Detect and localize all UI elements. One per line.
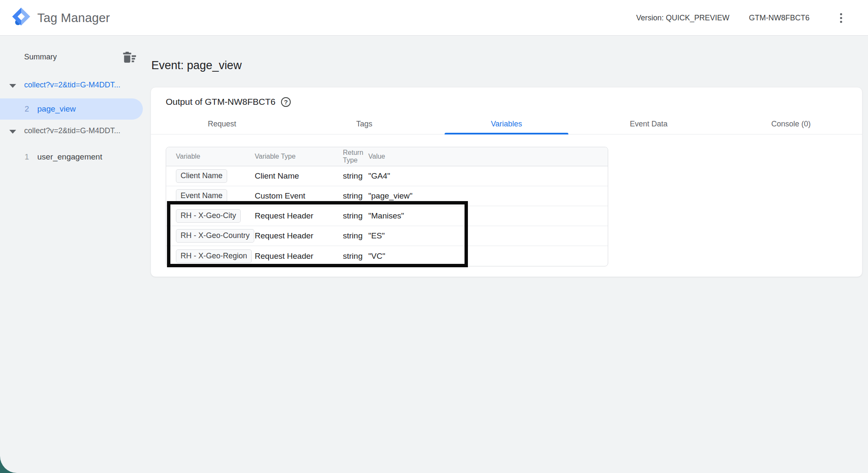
event-index: 1: [25, 149, 29, 165]
variable-type-cell: Request Header: [255, 231, 343, 241]
col-header-variable: Variable: [176, 153, 255, 160]
gtm-preview-window: Tag Manager Version: QUICK_PREVIEW GTM-N…: [0, 0, 868, 473]
sidebar-item-page-view-selected[interactable]: 2 page_view: [0, 98, 143, 120]
request-link-2[interactable]: collect?v=2&tid=G-M4DDT...: [24, 126, 120, 135]
help-icon[interactable]: ?: [281, 97, 291, 107]
table-row: Client Name Client Name string "GA4": [166, 166, 608, 186]
container-id[interactable]: GTM-NW8FBCT6: [749, 14, 810, 22]
variable-chip[interactable]: Event Name: [176, 189, 227, 203]
tab-request[interactable]: Request: [151, 115, 293, 134]
return-type-cell: string: [343, 252, 368, 261]
table-row: Event Name Custom Event string "page_vie…: [166, 186, 608, 206]
preview-version-label: Version: QUICK_PREVIEW: [636, 14, 729, 22]
value-cell: "Manises": [368, 211, 608, 221]
variable-type-cell: Request Header: [255, 252, 343, 261]
variable-type-cell: Request Header: [255, 211, 343, 221]
variable-chip[interactable]: RH - X-Geo-Country: [176, 229, 254, 243]
variables-table: Variable Variable Type Return Type Value…: [166, 147, 608, 266]
overflow-menu-icon[interactable]: [837, 10, 845, 25]
table-row-highlighted: RH - X-Geo-Country Request Header string…: [166, 226, 608, 246]
variable-type-cell: Client Name: [255, 171, 343, 181]
return-type-cell: string: [343, 231, 368, 241]
active-tab-underline: [445, 133, 568, 134]
return-type-cell: string: [343, 211, 368, 221]
card-title: Output of GTM-NW8FBCT6: [166, 97, 275, 107]
request-link-1[interactable]: collect?v=2&tid=G-M4DDT...: [24, 81, 120, 90]
tab-variables[interactable]: Variables: [435, 115, 578, 134]
summary-link[interactable]: Summary: [24, 53, 57, 62]
top-app-bar: Tag Manager Version: QUICK_PREVIEW GTM-N…: [0, 0, 868, 36]
table-header-row: Variable Variable Type Return Type Value: [166, 147, 608, 166]
variable-chip[interactable]: Client Name: [176, 169, 227, 183]
value-cell: "ES": [368, 231, 608, 241]
output-card: Output of GTM-NW8FBCT6 ? Request Tags Va…: [150, 87, 862, 277]
event-name: user_engagement: [37, 149, 102, 165]
request-group-2: collect?v=2&tid=G-M4DDT...: [0, 126, 146, 138]
collapse-arrow-icon[interactable]: [9, 130, 16, 134]
tab-console[interactable]: Console (0): [720, 115, 862, 134]
col-header-return-type: Return Type: [343, 149, 368, 165]
variable-chip[interactable]: RH - X-Geo-Region: [176, 249, 252, 263]
tag-manager-logo-icon: [11, 7, 31, 26]
app-title: Tag Manager: [37, 0, 110, 36]
tab-tags[interactable]: Tags: [293, 115, 436, 134]
event-list-sidebar: Summary collect?v=2&tid=G-M4DDT... 2 pag…: [0, 36, 146, 473]
table-row-highlighted: RH - X-Geo-Region Request Header string …: [166, 246, 608, 266]
tab-variables-label: Variables: [491, 120, 522, 128]
tab-event-data[interactable]: Event Data: [578, 115, 720, 134]
value-cell: "VC": [368, 252, 608, 261]
request-group-1: collect?v=2&tid=G-M4DDT...: [0, 80, 146, 92]
col-header-value: Value: [368, 153, 608, 160]
variable-type-cell: Custom Event: [255, 191, 343, 201]
page-title: Event: page_view: [151, 59, 242, 72]
return-type-cell: string: [343, 191, 368, 201]
col-header-variable-type: Variable Type: [255, 153, 343, 160]
value-cell: "GA4": [368, 171, 608, 181]
sidebar-item-user-engagement[interactable]: 1 user_engagement: [0, 149, 143, 165]
event-index: 2: [25, 98, 29, 120]
value-cell: "page_view": [368, 191, 608, 201]
return-type-cell: string: [343, 171, 368, 181]
event-name: page_view: [37, 98, 76, 120]
clear-list-icon[interactable]: [121, 51, 136, 64]
tab-bar: Request Tags Variables Event Data Consol…: [151, 115, 862, 134]
variable-chip[interactable]: RH - X-Geo-City: [176, 209, 241, 223]
table-row-highlighted: RH - X-Geo-City Request Header string "M…: [166, 206, 608, 226]
collapse-arrow-icon[interactable]: [9, 84, 16, 88]
